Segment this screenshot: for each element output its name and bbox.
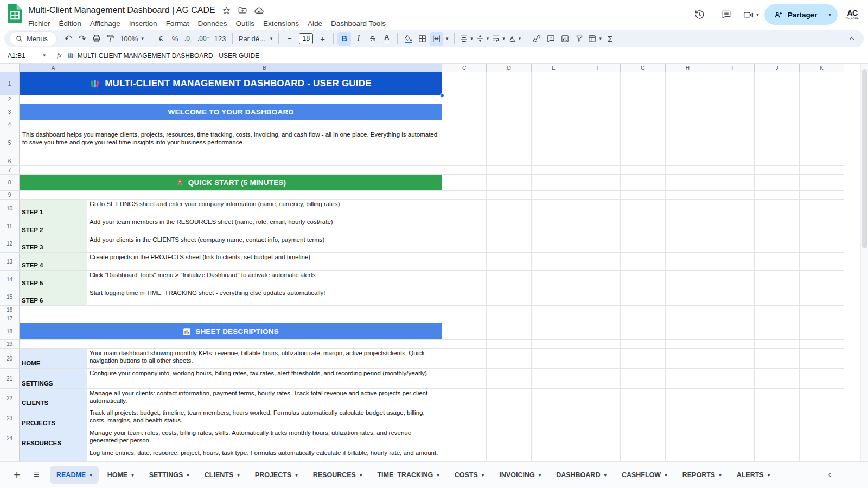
column-header-K[interactable]: K bbox=[800, 64, 844, 72]
column-header-F[interactable]: F bbox=[576, 64, 621, 72]
empty-cells[interactable] bbox=[442, 428, 844, 448]
share-button[interactable]: Partager ▾ bbox=[764, 4, 838, 25]
cell-title-banner[interactable]: MULTI-CLIENT MANAGEMENT DASHBOARD - USER… bbox=[20, 72, 442, 95]
cell[interactable] bbox=[87, 95, 442, 104]
cell-sheet-text[interactable]: Your main dashboard showing monthly KPIs… bbox=[87, 349, 442, 368]
bold-button[interactable]: B bbox=[337, 32, 351, 46]
row-header-5[interactable]: 5 bbox=[0, 129, 20, 157]
row-header-20[interactable]: 20 bbox=[0, 349, 20, 368]
star-icon[interactable] bbox=[222, 6, 231, 15]
cell[interactable] bbox=[20, 157, 87, 165]
column-header-G[interactable]: G bbox=[621, 64, 665, 72]
empty-cells[interactable] bbox=[442, 408, 844, 428]
column-header-J[interactable]: J bbox=[755, 64, 799, 72]
row-header-3[interactable]: 3 bbox=[0, 104, 20, 120]
cell-step-label[interactable]: STEP 3 bbox=[20, 235, 87, 252]
cell-intro-text[interactable]: This dashboard helps you manage clients,… bbox=[20, 129, 442, 157]
sheet-tab-projects[interactable]: PROJECTS▾ bbox=[248, 466, 304, 484]
strikethrough-button[interactable]: S bbox=[366, 32, 379, 46]
row-header-16[interactable]: 16 bbox=[0, 306, 20, 314]
cell-descriptions-banner[interactable]: SHEET DESCRIPTIONS bbox=[20, 323, 442, 339]
row-header-24[interactable]: 24 bbox=[0, 428, 20, 448]
functions-button[interactable]: Σ bbox=[603, 32, 617, 46]
row-header-22[interactable]: 22 bbox=[0, 389, 20, 408]
search-menus-button[interactable]: Menus bbox=[10, 32, 56, 46]
decrease-decimals-button[interactable]: .0← bbox=[182, 32, 196, 46]
sheet-tab-invoicing[interactable]: INVOICING▾ bbox=[493, 466, 547, 484]
cell-step-label[interactable]: STEP 1 bbox=[20, 200, 87, 217]
comments-icon[interactable] bbox=[716, 4, 737, 25]
number-format-button[interactable]: 123 bbox=[212, 32, 228, 46]
text-wrap-button[interactable]: ▾ bbox=[490, 32, 506, 46]
cell[interactable] bbox=[20, 166, 87, 174]
sheet-tab-reports[interactable]: REPORTS▾ bbox=[676, 466, 728, 484]
row-header-14[interactable]: 14 bbox=[0, 271, 20, 288]
cell-sheet-text[interactable]: Configure your company info, working hou… bbox=[87, 369, 442, 388]
text-rotation-button[interactable]: ▾ bbox=[507, 32, 522, 46]
all-sheets-button[interactable]: ≡ bbox=[28, 467, 44, 483]
formula-input[interactable]: MULTI-CLIENT MANAGEMENT DASHBOARD - USER… bbox=[67, 52, 259, 60]
cell-step-text[interactable]: Add your clients in the CLIENTS sheet (c… bbox=[87, 235, 442, 252]
column-header-B[interactable]: B bbox=[87, 64, 442, 72]
cell[interactable] bbox=[87, 340, 442, 348]
empty-cells[interactable] bbox=[442, 323, 844, 339]
cell-sheet-text[interactable]: Track all projects: budget, timeline, te… bbox=[87, 408, 442, 428]
borders-button[interactable] bbox=[416, 32, 429, 46]
empty-cells[interactable] bbox=[442, 129, 844, 157]
cell[interactable] bbox=[20, 340, 87, 348]
empty-cells[interactable] bbox=[442, 72, 844, 95]
row-header-23[interactable]: 23 bbox=[0, 408, 20, 428]
menu-format[interactable]: Format bbox=[162, 18, 194, 29]
account-avatar[interactable]: AC AG CADE bbox=[843, 9, 861, 20]
row-header-6[interactable]: 6 bbox=[0, 157, 20, 165]
sheet-tab-dashboard[interactable]: DASHBOARD▾ bbox=[550, 466, 613, 484]
empty-cells[interactable] bbox=[442, 235, 844, 252]
cell[interactable] bbox=[20, 306, 87, 314]
menu-donn-es[interactable]: Données bbox=[193, 18, 231, 29]
cell[interactable] bbox=[20, 191, 87, 199]
row-header-19[interactable]: 19 bbox=[0, 340, 20, 348]
menu-fichier[interactable]: Fichier bbox=[24, 18, 55, 29]
cell-step-label[interactable]: STEP 2 bbox=[20, 217, 87, 235]
cell[interactable] bbox=[87, 314, 442, 323]
cell[interactable] bbox=[20, 95, 87, 104]
vertical-align-button[interactable]: ▾ bbox=[475, 32, 490, 46]
text-color-button[interactable]: A bbox=[380, 32, 393, 46]
insert-chart-button[interactable] bbox=[558, 32, 572, 46]
cell[interactable] bbox=[87, 191, 442, 199]
menu-extensions[interactable]: Extensions bbox=[259, 18, 303, 29]
empty-cells[interactable] bbox=[442, 288, 844, 305]
empty-cells[interactable] bbox=[442, 166, 844, 174]
zoom-select[interactable]: 100% ▾ bbox=[118, 32, 146, 46]
cell-sheet-label[interactable]: SETTINGS bbox=[20, 369, 87, 388]
share-dropdown[interactable]: ▾ bbox=[824, 4, 838, 25]
row-header-11[interactable]: 11 bbox=[0, 217, 20, 235]
column-header-H[interactable]: H bbox=[666, 64, 710, 72]
collapse-toolbar-button[interactable] bbox=[845, 32, 858, 46]
column-header-D[interactable]: D bbox=[487, 64, 531, 72]
insert-link-button[interactable] bbox=[530, 32, 544, 46]
empty-cells[interactable] bbox=[442, 389, 844, 408]
empty-cells[interactable] bbox=[442, 448, 844, 461]
sheet-tab-clients[interactable]: CLIENTS▾ bbox=[198, 466, 246, 484]
merge-cells-button[interactable] bbox=[430, 32, 443, 46]
sheet-tab-home[interactable]: HOME▾ bbox=[101, 466, 141, 484]
empty-cells[interactable] bbox=[442, 306, 844, 314]
cell-step-text[interactable]: Click "Dashboard Tools" menu > "Initiali… bbox=[87, 271, 442, 288]
cell-sheet-text[interactable]: Log time entries: date, resource, projec… bbox=[87, 448, 442, 461]
cell-step-text[interactable]: Start logging time in TIME_TRACKING shee… bbox=[87, 288, 442, 305]
cell-sheet-text[interactable]: Manage your team: roles, costs, billing … bbox=[87, 428, 442, 448]
row-header-12[interactable]: 12 bbox=[0, 235, 20, 252]
sheet-tab-readme[interactable]: README▾ bbox=[50, 466, 99, 484]
create-filter-button[interactable] bbox=[572, 32, 586, 46]
menu-insertion[interactable]: Insertion bbox=[125, 18, 162, 29]
menu-aide[interactable]: Aide bbox=[303, 18, 327, 29]
italic-button[interactable]: I bbox=[352, 32, 365, 46]
select-all-corner[interactable] bbox=[0, 64, 20, 72]
empty-cells[interactable] bbox=[442, 314, 844, 323]
selection-handle[interactable] bbox=[440, 93, 444, 98]
cloud-saved-icon[interactable] bbox=[254, 5, 264, 16]
horizontal-align-button[interactable]: ▾ bbox=[458, 32, 474, 46]
row-header-25[interactable]: 25 bbox=[0, 448, 20, 461]
font-size-input[interactable]: 18 bbox=[299, 33, 313, 44]
